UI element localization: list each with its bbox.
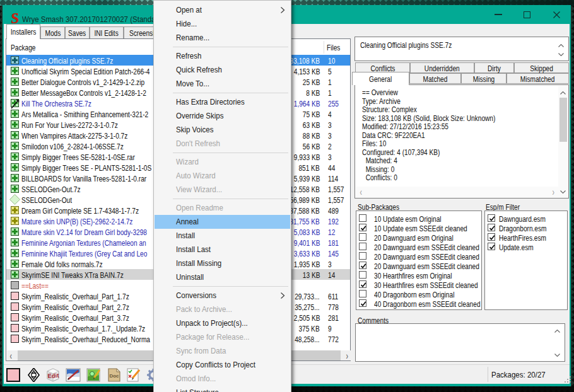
- svg-text:Edit: Edit: [47, 372, 60, 379]
- svg-text:Doc: Doc: [109, 373, 119, 379]
